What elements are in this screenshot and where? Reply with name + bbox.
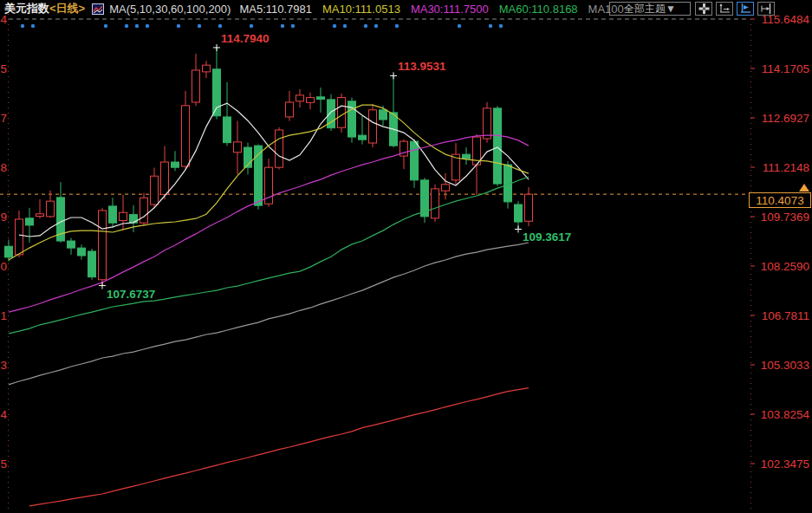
event-dot [281, 24, 284, 28]
candle [296, 95, 304, 101]
candle [99, 211, 107, 280]
candlestick-chart[interactable]: 107.6737114.7940113.9531109.3617115.6484… [0, 0, 812, 513]
candle [182, 106, 190, 166]
candle [88, 251, 96, 277]
candle [317, 97, 325, 100]
y-axis-label-clipped: 5 [0, 62, 7, 75]
event-dot [499, 24, 503, 28]
candle [26, 218, 34, 225]
candle [359, 135, 367, 140]
event-dot [364, 24, 367, 28]
candle [338, 98, 346, 128]
extreme-price-label: 113.9531 [398, 60, 446, 73]
candle [484, 108, 491, 139]
event-dot [31, 24, 35, 28]
ma-group-label: MA(5,10,30,60,100,200) [109, 3, 231, 16]
period-label: <日线> [49, 1, 85, 16]
chevron-down-icon: ▼ [666, 3, 676, 15]
event-dot [250, 24, 253, 28]
event-dot [458, 24, 461, 28]
candle [380, 110, 387, 120]
candle [172, 162, 179, 167]
event-dot [198, 24, 201, 28]
y-axis-label: 114.1705 [762, 62, 809, 75]
candle [47, 201, 55, 217]
candle [432, 189, 439, 218]
event-dot [135, 24, 139, 28]
trading-chart-window: 107.6737114.7940113.9531109.3617115.6484… [0, 0, 812, 513]
candle [78, 248, 86, 256]
candle [203, 65, 211, 72]
ma-indicator-value: MA60:110.8168 [499, 3, 578, 16]
event-dot [395, 24, 399, 28]
y-axis-label-clipped: 5 [0, 458, 7, 471]
ma-indicator-value: MA5:110.7981 [239, 3, 312, 16]
candle [68, 241, 75, 248]
candle [192, 70, 200, 102]
y-axis-label: 103.8254 [761, 408, 810, 421]
event-dot [21, 24, 24, 28]
y-axis-label-clipped: 3 [0, 359, 7, 372]
y-axis-label-clipped: 0 [0, 260, 7, 273]
candle [411, 141, 419, 180]
candle [151, 176, 159, 205]
theme-dropdown-label: 全部主题 [624, 3, 666, 15]
chart-toolbar [695, 2, 775, 16]
candle [161, 162, 169, 194]
y-axis-label: 109.7369 [761, 211, 809, 224]
y-axis-label: 106.7811 [762, 309, 809, 322]
candle [5, 246, 13, 257]
candle [463, 154, 471, 159]
y-axis-label: 112.6927 [762, 112, 809, 125]
event-dot [489, 24, 492, 28]
candle [130, 215, 138, 224]
y-axis-label: 108.2590 [761, 260, 809, 273]
event-dot [343, 24, 347, 28]
candle [276, 130, 283, 167]
price-up-arrow-icon [799, 184, 809, 192]
candle [16, 219, 23, 255]
candle [224, 117, 231, 143]
event-dot [218, 24, 222, 28]
move-icon[interactable] [695, 2, 712, 16]
candle [36, 214, 44, 217]
event-dot [374, 24, 378, 28]
y-axis-label-clipped: 1 [0, 309, 7, 322]
y-axis-label-clipped: 8 [0, 161, 7, 174]
y-axis-label: 102.3475 [761, 458, 809, 471]
symbol-title: 美元指数 [4, 1, 49, 16]
theme-dropdown[interactable]: 全部主题▼ [609, 2, 691, 16]
event-dot [104, 24, 107, 28]
event-dot [177, 24, 180, 28]
last-price-value: 110.4073 [756, 194, 803, 207]
candle [442, 185, 450, 191]
ma200-line [29, 388, 529, 506]
ma-indicator-value: MA30:111.7500 [411, 3, 489, 16]
candle [515, 205, 523, 222]
mini-line-chart-icon[interactable] [92, 3, 104, 15]
ma-indicator-values: MA5:110.7981MA10:111.0513MA30:111.7500MA… [239, 3, 633, 16]
event-dot [333, 24, 336, 28]
event-dot [291, 24, 295, 28]
extreme-price-label: 107.6737 [107, 288, 155, 301]
y-axis-label-clipped: 9 [0, 211, 7, 224]
candle [140, 198, 148, 223]
candle [494, 108, 502, 184]
axis-shift-icon[interactable] [757, 2, 775, 16]
candle [369, 110, 377, 143]
axis-range-icon[interactable] [716, 2, 733, 16]
candle [525, 194, 533, 221]
extreme-price-label: 109.3617 [523, 231, 571, 244]
candle [109, 206, 117, 223]
candle [213, 69, 221, 116]
event-dot [146, 24, 149, 28]
candle [120, 212, 127, 220]
event-dot [125, 24, 128, 28]
ma-indicator-value: MA10:111.0513 [322, 3, 400, 16]
y-axis-label-clipped: 7 [0, 112, 7, 125]
extreme-price-label: 114.7940 [221, 32, 270, 45]
candle [307, 98, 315, 103]
candle [234, 142, 242, 153]
candle [286, 102, 294, 117]
axis-flag-icon[interactable] [737, 2, 754, 16]
